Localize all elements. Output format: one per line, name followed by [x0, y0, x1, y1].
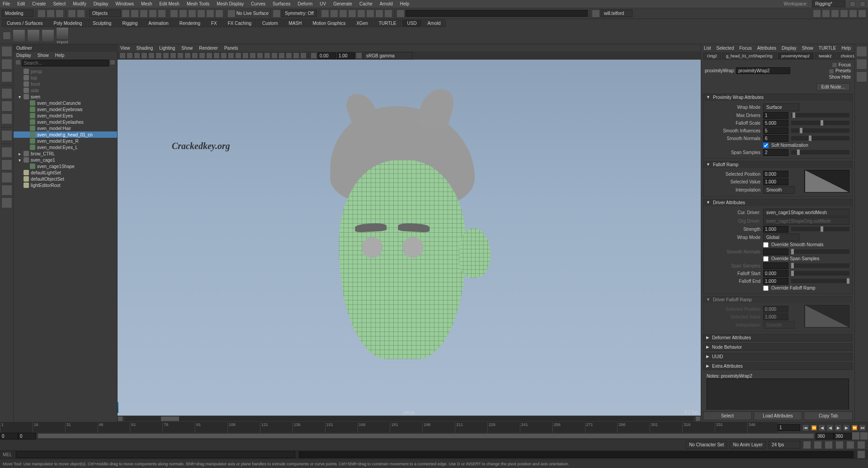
- outliner-item[interactable]: side: [14, 87, 117, 94]
- outliner-item[interactable]: sven_cage1Shape: [14, 163, 117, 169]
- vp-menu-show[interactable]: Show: [181, 46, 193, 51]
- shelf-tab-mash[interactable]: MASH: [283, 19, 307, 27]
- go-to-end-icon[interactable]: ⏭: [859, 424, 866, 431]
- mode-dropdown[interactable]: Modeling: [2, 9, 33, 17]
- outliner-search-input[interactable]: [22, 60, 109, 66]
- sel-icon-3[interactable]: [140, 9, 148, 18]
- layout-graph-icon[interactable]: [1, 197, 12, 208]
- ae-menu-help[interactable]: Help: [842, 46, 851, 51]
- strength-slider[interactable]: [791, 227, 849, 231]
- ae-node-name-input[interactable]: [736, 67, 790, 74]
- redo-icon[interactable]: [77, 9, 85, 18]
- step-back-icon[interactable]: ◀: [818, 424, 826, 431]
- ae-menu-turtle[interactable]: TURTLE: [819, 46, 836, 51]
- tb-r-1[interactable]: [813, 9, 821, 18]
- outliner-item[interactable]: sven_model:g_head_01_cn: [14, 131, 117, 138]
- snap-icon-4[interactable]: [197, 9, 205, 18]
- section-header-uuid[interactable]: ▶UUID: [703, 353, 852, 360]
- playback-end-input[interactable]: [816, 433, 834, 440]
- smooth-normals-input[interactable]: [763, 135, 788, 142]
- vp-menu-view[interactable]: View: [120, 46, 130, 51]
- outliner-item[interactable]: sven_model:Eyes_R: [14, 138, 117, 144]
- fr-sel-val-input[interactable]: [763, 178, 788, 185]
- misc-icon-5[interactable]: [357, 9, 365, 18]
- vp-icon[interactable]: [228, 52, 234, 59]
- ae-tab-tweak2[interactable]: tweak2: [815, 52, 836, 60]
- shelf-tab-xgen[interactable]: XGen: [351, 19, 373, 27]
- outliner-item[interactable]: sven_model:Eyebrows: [14, 106, 117, 112]
- layout-outliner-icon[interactable]: [1, 172, 12, 183]
- falloff-end-input[interactable]: [763, 278, 788, 285]
- override-smooth-normals-checkbox[interactable]: [763, 242, 769, 248]
- select-tool-icon[interactable]: [1, 46, 12, 57]
- edit-node-button[interactable]: Edit Node...: [816, 83, 850, 91]
- misc-icon-6[interactable]: [366, 9, 374, 18]
- ae-focus-label[interactable]: Focus: [839, 62, 851, 67]
- minimize-icon[interactable]: [850, 1, 855, 7]
- section-header-extra[interactable]: ▶Extra Attributes: [703, 363, 852, 370]
- menu-windows[interactable]: Windows: [115, 1, 134, 6]
- vp-menu-panels[interactable]: Panels: [224, 46, 238, 51]
- sym-icon[interactable]: [273, 9, 281, 18]
- user-dropdown[interactable]: will.telford: [601, 9, 632, 17]
- vp-icon[interactable]: [156, 52, 162, 59]
- shelf-tab-render[interactable]: Rendering: [175, 19, 205, 27]
- open-scene-icon[interactable]: [47, 9, 55, 18]
- sel-icon-5[interactable]: [158, 9, 166, 18]
- command-line-input[interactable]: [16, 451, 295, 458]
- last-tool-icon[interactable]: [1, 130, 12, 141]
- ae-presets-label[interactable]: Presets: [835, 68, 851, 73]
- shelf-tab-turtle[interactable]: TURTLE: [374, 19, 401, 27]
- outliner-item[interactable]: persp: [14, 68, 117, 75]
- vp-cm-icon[interactable]: [356, 52, 362, 59]
- viewport-scrollbar[interactable]: [118, 416, 701, 422]
- misc-icon-4[interactable]: [348, 9, 356, 18]
- character-set-dropdown[interactable]: No Character Set: [686, 441, 727, 449]
- status-icon-2[interactable]: [814, 441, 822, 449]
- vp-icon[interactable]: [264, 52, 270, 59]
- vp-icon[interactable]: [199, 52, 205, 59]
- smooth-influences-slider[interactable]: [791, 128, 849, 133]
- menu-file[interactable]: File: [3, 1, 10, 6]
- layout-single-icon[interactable]: [1, 147, 12, 158]
- outliner-item[interactable]: defaultObjectSet: [14, 176, 117, 182]
- tb-r-3[interactable]: [831, 9, 839, 18]
- outliner-menu-display[interactable]: Display: [16, 53, 31, 58]
- strength-input[interactable]: [763, 226, 788, 233]
- ae-select-button[interactable]: Select: [703, 412, 752, 420]
- falloff-scale-input[interactable]: [763, 120, 788, 126]
- smooth-influences-input[interactable]: [763, 127, 788, 134]
- section-header-node-behavior[interactable]: ▶Node Behavior: [703, 344, 852, 351]
- menu-uv[interactable]: UV: [320, 1, 326, 6]
- vp-icon[interactable]: [184, 52, 191, 59]
- ae-menu-display[interactable]: Display: [782, 46, 797, 51]
- rotate-tool-icon[interactable]: [1, 101, 12, 112]
- play-forward-icon[interactable]: ▶: [835, 424, 842, 431]
- tb-r-6[interactable]: [858, 9, 866, 18]
- tool-settings-icon[interactable]: [856, 71, 867, 82]
- shelf-tab-arnold[interactable]: Arnold: [423, 19, 446, 27]
- ae-tab-proximitywrap2[interactable]: proximityWrap2: [778, 52, 814, 60]
- snap-icon-2[interactable]: [179, 9, 187, 18]
- span-samples-input[interactable]: [763, 149, 788, 156]
- smooth-normals-slider[interactable]: [791, 136, 849, 140]
- menu-meshtools[interactable]: Mesh Tools: [187, 1, 209, 6]
- outliner-item[interactable]: sven_model:Eyes_L: [14, 144, 117, 150]
- snap-icon-5[interactable]: [206, 9, 214, 18]
- wrap-mode-dropdown[interactable]: Surface: [763, 103, 799, 111]
- outliner-tree[interactable]: persptopfrontside▾svensven_model:Caruncl…: [14, 67, 117, 422]
- section-header-da[interactable]: ▼Driver Attributes: [703, 199, 852, 206]
- ae-tab-shapeorig[interactable]: g_head_01_cnShapeOrig: [722, 52, 777, 60]
- ae-copy-tab-button[interactable]: Copy Tab: [804, 412, 853, 420]
- outliner-item[interactable]: sven_model:Caruncle: [14, 100, 117, 106]
- override-span-samples-checkbox[interactable]: [763, 256, 769, 262]
- outliner-item[interactable]: defaultLightSet: [14, 169, 117, 176]
- menu-deform[interactable]: Deform: [298, 1, 313, 6]
- fr-interp-dropdown[interactable]: Smooth: [763, 186, 795, 194]
- shelf-usd-logo-icon[interactable]: [13, 29, 25, 42]
- shelf-tab-rigging[interactable]: Rigging: [117, 19, 142, 27]
- ae-hide-button[interactable]: Hide: [841, 75, 851, 80]
- section-header-pw[interactable]: ▼Proximity Wrap Attributes: [703, 94, 852, 101]
- ae-menu-list[interactable]: List: [704, 46, 711, 51]
- falloff-ramp-widget[interactable]: [804, 170, 849, 192]
